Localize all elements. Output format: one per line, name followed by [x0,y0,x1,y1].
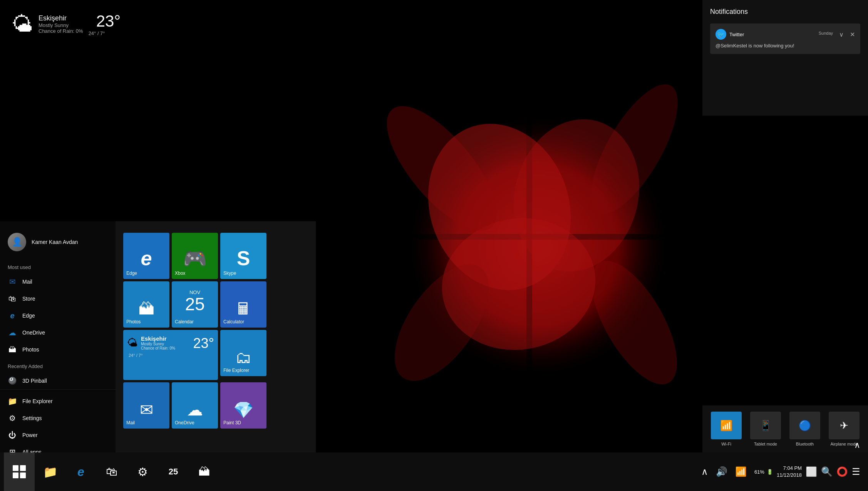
tile-label-skype: Skype [223,271,236,276]
notification-card-twitter: 🐦 Twitter Sunday ∨ ✕ @SelimKestel is now… [710,24,860,54]
pinball-icon: 🎱 [8,376,17,385]
tile-calculator[interactable]: 🖩 Calculator [220,281,266,328]
notif-time-text: Sunday [819,31,833,35]
taskbar-edge-icon: e [77,465,84,479]
taskbar-calendar-icon: 25 [169,467,178,477]
tile-fileexplorer[interactable]: 🗂 File Explorer [220,330,266,376]
wifi-taskbar-icon[interactable]: 📶 [735,466,747,477]
taskbar-file-explorer[interactable]: 📁 [35,452,65,491]
notif-expand-icon[interactable]: ∨ [839,31,844,38]
svg-rect-10 [13,465,18,471]
app-label-store: Store [22,296,35,302]
bottom-label-settings: Settings [22,415,42,421]
bluetooth-icon-box: 🔵 [789,412,820,439]
clock-time: 7:04 PM [777,465,802,472]
airplane-icon: ✈ [840,420,848,432]
tile-paint3d[interactable]: 💎 Paint 3D [220,382,266,429]
quick-action-tablet[interactable]: 📱 Tablet mode [748,412,783,446]
weather-tile-info: Eskişehir Mostly Sunny Chance of Rain: 0… [141,335,175,350]
taskbar-store[interactable]: 🛍 [96,452,127,491]
weather-tile-temp: 23° [193,335,214,351]
bottom-settings[interactable]: ⚙ Settings [0,410,116,427]
weather-tile-rain: Chance of Rain: 0% [141,346,175,350]
notifications-panel: Notifications 🐦 Twitter Sunday ∨ ✕ @Seli… [702,0,868,116]
taskbar-photos-icon: 🏔 [198,465,210,478]
user-profile[interactable]: 👤 Kamer Kaan Avdan [0,229,116,259]
bottom-power[interactable]: ⏻ Power [0,427,116,444]
bottom-file-explorer[interactable]: 📁 File Explorer [0,393,116,410]
tile-mail[interactable]: ✉ Mail [123,382,169,429]
app-item-photos[interactable]: 🏔 Photos [0,341,116,358]
notif-body: @SelimKestel is now following you! [716,43,855,49]
tile-xbox[interactable]: 🎮 Xbox [172,233,218,279]
battery-percentage: 61% [754,469,764,475]
notif-header: 🐦 Twitter Sunday ∨ ✕ [716,29,855,40]
app-label-mail: Mail [22,279,32,285]
clock-date: 11/12/2018 [777,472,802,479]
app-item-3dpinball[interactable]: 🎱 3D Pinball [0,372,116,389]
tablet-icon-box: 📱 [750,412,781,439]
taskbar-settings-icon: ⚙ [137,465,148,479]
bottom-label-file-explorer: File Explorer [22,398,53,404]
start-bottom: 📁 File Explorer ⚙ Settings ⏻ Power ⊞ All… [0,389,116,461]
taskbar-settings[interactable]: ⚙ [127,452,158,491]
mail-icon: ✉ [8,277,17,286]
weather-temperature: 23° [96,12,121,30]
paint3d-tile-icon: 💎 [233,400,253,419]
weather-location: Eskişehir [39,14,83,22]
tile-skype[interactable]: S Skype [220,233,266,279]
tile-label-calendar: Calendar [175,319,194,325]
tile-onedrive[interactable]: ☁ OneDrive [172,382,218,429]
tiles-area: e Edge 🎮 Xbox S Skype 🏔 Photos [116,221,316,452]
tile-label-calculator: Calculator [223,319,244,325]
chevron-up-icon[interactable]: ∧ [854,440,860,450]
task-view-icon[interactable]: ⬜ [806,466,817,477]
app-label-photos: Photos [22,346,39,353]
svg-rect-13 [20,473,26,478]
tile-photos[interactable]: 🏔 Photos [123,281,169,328]
volume-icon[interactable]: 🔊 [716,466,727,477]
photos-tile-icon: 🏔 [138,300,154,318]
weather-range: 24° / 7° [89,30,121,36]
quick-actions-panel: 📶 Wi-Fi 📱 Tablet mode 🔵 Bluetooth ✈ Airp… [702,405,868,452]
taskbar-right: ∧ 🔊 📶 61% 🔋 7:04 PM 11/12/2018 ⬜ 🔍 ⭕ ☰ [701,465,868,479]
tile-edge[interactable]: e Edge [123,233,169,279]
tile-label-paint3d: Paint 3D [223,420,241,425]
skype-tile-icon: S [237,247,250,270]
avatar: 👤 [8,233,26,251]
mail-tile-icon: ✉ [140,400,153,419]
app-item-edge[interactable]: e Edge [0,307,116,324]
power-icon: ⏻ [8,430,17,440]
weather-info: Eskişehir Mostly Sunny Chance of Rain: 0… [39,14,83,34]
taskbar-photos[interactable]: 🏔 [189,452,220,491]
app-item-onedrive[interactable]: ☁ OneDrive [0,324,116,341]
app-item-store[interactable]: 🛍 Store [0,290,116,307]
quick-action-bluetooth[interactable]: 🔵 Bluetooth [787,412,823,446]
start-button[interactable] [4,452,35,491]
start-menu: 👤 Kamer Kaan Avdan Most used ✉ Mail 🛍 St… [0,221,316,452]
tile-label-onedrive: OneDrive [175,420,194,425]
datetime[interactable]: 7:04 PM 11/12/2018 [777,465,802,479]
airplane-icon-box: ✈ [829,412,860,439]
tile-weather[interactable]: 🌤 Eskişehir Mostly Sunny Chance of Rain:… [123,330,218,380]
app-item-mail[interactable]: ✉ Mail [0,273,116,290]
windows-start-icon [12,465,26,479]
xbox-tile-icon: 🎮 [183,247,207,270]
calendar-tile-content: NOV 25 [185,289,204,313]
tile-label-edge: Edge [126,271,137,276]
onedrive-tile-icon: ☁ [187,400,203,419]
twitter-icon: 🐦 [716,29,726,40]
notif-close-icon[interactable]: ✕ [850,31,855,38]
cortana-icon[interactable]: ⭕ [836,466,848,477]
airplane-label: Airplane mode [831,442,858,446]
action-center-icon[interactable]: ☰ [852,466,860,477]
quick-action-wifi[interactable]: 📶 Wi-Fi [709,412,744,446]
calculator-tile-icon: 🖩 [235,300,251,318]
taskbar-edge[interactable]: e [65,452,96,491]
hidden-icons-button[interactable]: ∧ [701,466,708,477]
fileexplorer-tile-icon: 🗂 [235,348,251,367]
tile-calendar[interactable]: NOV 25 Calendar [172,281,218,328]
search-icon[interactable]: 🔍 [821,466,833,477]
battery-indicator[interactable]: 61% 🔋 [754,469,773,475]
taskbar-calendar[interactable]: 25 [158,452,189,491]
